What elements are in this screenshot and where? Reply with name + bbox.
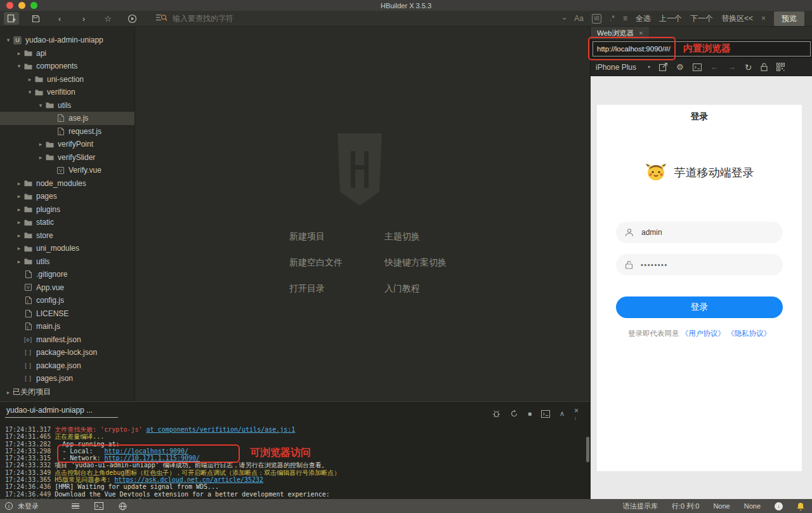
- user-agreement-link[interactable]: 《用户协议》: [681, 330, 725, 337]
- find-next-button[interactable]: 下一个: [690, 13, 713, 24]
- password-field[interactable]: ••••••••: [616, 254, 783, 276]
- chevron-down-icon[interactable]: ▾: [25, 89, 34, 95]
- tree-item-main.js[interactable]: jmain.js: [0, 320, 134, 333]
- chevron-down-icon[interactable]: ▾: [4, 37, 13, 43]
- tree-item-ase.js[interactable]: jase.js: [0, 112, 134, 125]
- console-link[interactable]: http://localhost:9090/: [105, 448, 188, 455]
- globe-icon[interactable]: [119, 502, 127, 510]
- stop-icon[interactable]: ■: [528, 410, 532, 417]
- chevron-right-icon[interactable]: ▸: [15, 232, 23, 239]
- notification-bell-icon[interactable]: [797, 502, 804, 510]
- console-scrollbar[interactable]: [586, 437, 589, 462]
- chevron-right-icon[interactable]: ▸: [15, 193, 23, 199]
- web-browser-tab[interactable]: Web浏览器 ×: [591, 27, 649, 39]
- terminal-icon[interactable]: [95, 502, 103, 510]
- chevron-right-icon[interactable]: ▸: [25, 76, 34, 83]
- console-link[interactable]: at components/verifition/utils/ase.js:1: [147, 426, 296, 433]
- tree-item-utils[interactable]: ▾utils: [0, 99, 134, 112]
- chevron-right-icon[interactable]: ▸: [15, 219, 23, 225]
- forward-icon[interactable]: ›: [76, 12, 91, 25]
- tree-item-package.json[interactable]: [ ]package.json: [0, 359, 134, 373]
- console-tab[interactable]: yudao-ui-admin-uniapp ...: [5, 406, 118, 418]
- welcome-link[interactable]: 新建空白文件: [289, 257, 384, 269]
- tree-item-pages.json[interactable]: [ ]pages.json: [0, 372, 134, 385]
- login-button[interactable]: 登录: [616, 296, 783, 318]
- console-link[interactable]: https://ask.dcloud.net.cn/article/35232: [114, 476, 263, 483]
- tree-item-App.vue[interactable]: VApp.vue: [0, 281, 134, 295]
- qr-code-icon[interactable]: [776, 63, 785, 71]
- welcome-link[interactable]: 入门教程: [384, 283, 420, 295]
- privacy-agreement-link[interactable]: 《隐私协议》: [727, 330, 771, 337]
- filetype-label[interactable]: None: [744, 502, 761, 510]
- replace-area-button[interactable]: 替换区<<: [721, 13, 753, 24]
- tree-item-uni-section[interactable]: ▸uni-section: [0, 73, 134, 86]
- tree-item-store[interactable]: ▸store: [0, 229, 134, 243]
- back-icon[interactable]: ‹: [52, 12, 67, 25]
- tree-item-.gitignore[interactable]: .gitignore: [0, 268, 134, 281]
- open-external-icon[interactable]: [659, 63, 667, 71]
- welcome-link[interactable]: 主题切换: [384, 231, 420, 243]
- chevron-right-icon[interactable]: ▸: [36, 141, 45, 147]
- close-find-icon[interactable]: ×: [761, 14, 766, 23]
- closed-projects-item[interactable]: ▸ 已关闭项目: [0, 386, 134, 399]
- debug-bug-icon[interactable]: [492, 410, 501, 418]
- chevron-right-icon[interactable]: ▸: [15, 258, 23, 265]
- tree-item-utils[interactable]: ▸utils: [0, 255, 134, 269]
- restart-icon[interactable]: [510, 410, 518, 418]
- username-field[interactable]: admin: [616, 222, 783, 243]
- preview-button[interactable]: 预览: [774, 11, 804, 26]
- close-tab-icon[interactable]: ×: [639, 29, 643, 37]
- encoding-label[interactable]: None: [713, 502, 730, 510]
- tree-item-yudao-ui-admin-uniapp[interactable]: ▾Uyudao-ui-admin-uniapp: [0, 34, 134, 47]
- tree-item-request.js[interactable]: jrequest.js: [0, 125, 134, 138]
- tree-item-components[interactable]: ▾components: [0, 60, 134, 73]
- regex-icon[interactable]: .*: [610, 14, 615, 23]
- clear-console-icon[interactable]: ×↓: [574, 406, 579, 421]
- tree-item-config.js[interactable]: jconfig.js: [0, 294, 134, 307]
- syntax-library-label[interactable]: 语法提示库: [623, 502, 658, 511]
- terminal-icon[interactable]: [541, 410, 550, 418]
- device-selector[interactable]: iPhone Plus ▾: [596, 63, 650, 72]
- chevron-right-icon[interactable]: ▸: [15, 206, 23, 213]
- collapse-panel-icon[interactable]: ∧: [560, 410, 565, 418]
- tree-item-pages[interactable]: ▸pages: [0, 190, 134, 203]
- refresh-icon[interactable]: ↻: [745, 62, 752, 72]
- outline-list-icon[interactable]: [72, 502, 79, 510]
- find-in-lines-icon[interactable]: ≡: [623, 14, 627, 23]
- tree-item-node_modules[interactable]: ▸node_modules: [0, 177, 134, 190]
- welcome-link[interactable]: 新建项目: [289, 231, 384, 243]
- tree-item-manifest.json[interactable]: [e]manifest.json: [0, 333, 134, 347]
- select-all-button[interactable]: 全选: [636, 13, 651, 24]
- whole-word-icon[interactable]: 词: [592, 14, 601, 23]
- run-icon[interactable]: [124, 12, 140, 25]
- tree-item-Verify.vue[interactable]: VVerify.vue: [0, 164, 134, 177]
- tree-item-LICENSE[interactable]: LICENSE: [0, 307, 134, 321]
- browser-forward-icon[interactable]: →: [728, 62, 736, 72]
- tree-item-verifyPoint[interactable]: ▸verifyPoint: [0, 138, 134, 151]
- star-icon[interactable]: ☆: [100, 12, 115, 25]
- console-link[interactable]: http://10.171.1.115:9090/: [105, 455, 200, 462]
- chevron-right-icon[interactable]: ▸: [15, 50, 23, 57]
- tree-item-static[interactable]: ▸static: [0, 216, 134, 229]
- tree-item-verifySlider[interactable]: ▸verifySlider: [0, 151, 134, 164]
- chevron-right-icon[interactable]: ▸: [15, 245, 23, 251]
- chevron-right-icon[interactable]: ▸: [36, 154, 45, 161]
- download-icon[interactable]: ↓: [775, 502, 783, 510]
- welcome-link[interactable]: 打开目录: [289, 283, 384, 295]
- tree-item-api[interactable]: ▸api: [0, 47, 134, 60]
- search-input[interactable]: [173, 14, 312, 23]
- browser-back-icon[interactable]: ←: [710, 62, 719, 72]
- console-window-icon[interactable]: [693, 63, 702, 71]
- welcome-link[interactable]: 快捷键方案切换: [384, 257, 447, 269]
- tree-item-package-lock.json[interactable]: [ ]package-lock.json: [0, 346, 134, 359]
- chevron-down-icon[interactable]: ›: [560, 17, 570, 20]
- chevron-down-icon[interactable]: ▾: [15, 63, 23, 69]
- chevron-right-icon[interactable]: ▸: [15, 180, 23, 187]
- chevron-down-icon[interactable]: ▾: [36, 102, 45, 109]
- tree-item-uni_modules[interactable]: ▸uni_modules: [0, 242, 134, 255]
- match-case-icon[interactable]: Aa: [574, 14, 584, 23]
- settings-gear-icon[interactable]: ⚙: [676, 62, 684, 72]
- lock-icon[interactable]: [761, 63, 768, 71]
- new-file-icon[interactable]: [4, 12, 19, 25]
- find-previous-button[interactable]: 上一个: [659, 13, 682, 24]
